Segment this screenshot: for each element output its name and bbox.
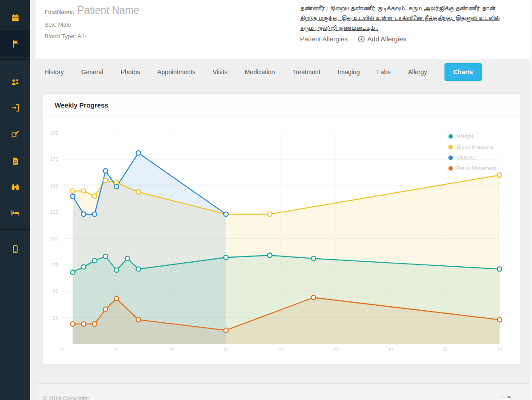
tab-history[interactable]: History: [44, 68, 64, 76]
point-weight[interactable]: [268, 253, 272, 258]
point-weight[interactable]: [92, 258, 97, 263]
point-glucose[interactable]: [114, 184, 119, 189]
y-tick-label: 100: [50, 236, 58, 241]
point-blood-pressure[interactable]: [136, 190, 140, 194]
sidebar-item-flag[interactable]: [0, 31, 30, 56]
legend-dot: [448, 134, 453, 139]
add-allergies-button[interactable]: Add Allergies: [358, 35, 407, 43]
scrollbar[interactable]: [530, 0, 532, 400]
x-tick-label: 25: [333, 347, 338, 352]
progress-chart-svg: 2550751001251501752000510152025303540: [48, 118, 505, 354]
legend-dot: [448, 145, 453, 149]
point-fetus-movement[interactable]: [81, 322, 86, 326]
mobile-icon: [11, 244, 20, 254]
x-tick-label: 10: [168, 347, 174, 352]
point-fetus-movement[interactable]: [114, 296, 119, 301]
point-weight[interactable]: [497, 267, 502, 271]
point-glucose[interactable]: [224, 212, 228, 216]
legend-item-weight[interactable]: Weight: [448, 133, 496, 140]
patient-blood-type: Blood Type: A1-: [44, 33, 139, 40]
bed-icon: [11, 208, 20, 217]
sidebar-item-sign-in[interactable]: [0, 95, 30, 120]
point-fetus-movement[interactable]: [224, 328, 228, 332]
weekly-progress-card: Weekly Progress 255075100125150175200051…: [43, 93, 521, 364]
sidebar-item-bed[interactable]: [0, 200, 30, 225]
point-weight[interactable]: [224, 255, 228, 260]
point-fetus-movement[interactable]: [92, 322, 97, 326]
sidebar-item-calendar[interactable]: [0, 5, 30, 31]
tab-appointments[interactable]: Appointments: [157, 68, 196, 76]
binoculars-icon: [11, 182, 20, 192]
first-name-label: FirstName:: [44, 8, 75, 15]
allergy-note-block: தண்ணீர் : நிறைய தண்ணீர் குடிக்கவும். சரு…: [300, 4, 509, 43]
point-blood-pressure[interactable]: [92, 194, 97, 199]
point-blood-pressure[interactable]: [268, 212, 272, 216]
x-tick-label: 20: [278, 347, 283, 352]
point-glucose[interactable]: [136, 151, 140, 155]
point-weight[interactable]: [71, 270, 75, 275]
tab-charts[interactable]: Charts: [444, 63, 482, 81]
y-tick-label: 200: [50, 130, 58, 136]
point-weight[interactable]: [136, 267, 140, 271]
point-blood-pressure[interactable]: [71, 189, 75, 193]
tab-general[interactable]: General: [81, 68, 104, 76]
point-glucose[interactable]: [104, 169, 108, 173]
point-weight[interactable]: [311, 256, 316, 261]
sidebar-item-mobile[interactable]: [0, 236, 30, 262]
x-tick-label: 0: [60, 347, 63, 352]
scroll-top-icon[interactable]: [507, 395, 511, 398]
point-fetus-movement[interactable]: [497, 317, 502, 322]
point-blood-pressure[interactable]: [104, 178, 108, 183]
app-window: FirstName:Patient Name Sex: Male Blood T…: [0, 0, 532, 400]
tab-medication[interactable]: Medication: [245, 68, 275, 76]
patients-icon: [11, 78, 20, 87]
copyright-text: © 2018 Copyright:: [43, 395, 89, 400]
x-tick-label: 30: [388, 347, 393, 352]
plus-circle-icon: [358, 36, 365, 43]
sign-in-icon: [11, 103, 20, 112]
point-glucose[interactable]: [92, 212, 97, 216]
legend-label: Weight: [457, 133, 473, 140]
point-weight[interactable]: [81, 265, 86, 269]
patient-sex: Sex: Male: [44, 21, 139, 28]
tab-visits[interactable]: Visits: [213, 68, 228, 76]
point-weight[interactable]: [114, 268, 119, 272]
sidebar-item-binoculars[interactable]: [0, 174, 30, 200]
legend-item-fetus-movement[interactable]: Fetus Movement: [448, 165, 496, 172]
tab-imaging[interactable]: Imaging: [338, 68, 360, 76]
area-glucose: [73, 153, 226, 344]
sidebar-nav: [0, 0, 30, 400]
y-tick-label: 75: [53, 262, 58, 268]
patient-name: Patient Name: [77, 4, 139, 16]
legend-item-blood-pressure[interactable]: Blood Pressure: [448, 144, 496, 150]
patient-allergies-label: Patient Allergies: [300, 35, 348, 43]
point-weight[interactable]: [125, 256, 130, 261]
point-weight[interactable]: [104, 254, 108, 259]
point-fetus-movement[interactable]: [71, 322, 75, 326]
point-blood-pressure[interactable]: [81, 189, 86, 193]
sidebar-item-patients[interactable]: [0, 69, 30, 95]
card-title: Weekly Progress: [43, 94, 520, 109]
legend-item-glucose[interactable]: Glucose: [448, 155, 496, 161]
tab-photos[interactable]: Photos: [120, 68, 140, 76]
edit-icon: [11, 129, 20, 138]
sidebar-item-file[interactable]: [0, 148, 30, 174]
legend-dot: [448, 156, 453, 160]
tab-allergy[interactable]: Allergy: [408, 68, 427, 76]
point-glucose[interactable]: [81, 212, 86, 216]
footer-dots: · ·: [500, 394, 504, 399]
point-blood-pressure[interactable]: [497, 173, 502, 177]
footer-right: · ·: [500, 394, 511, 399]
y-tick-label: 50: [53, 288, 58, 294]
point-glucose[interactable]: [71, 194, 75, 199]
tab-bar: HistoryGeneralPhotosAppointmentsVisitsMe…: [36, 59, 530, 84]
sidebar-item-edit[interactable]: [0, 120, 30, 146]
point-fetus-movement[interactable]: [311, 296, 316, 300]
calendar-icon: [11, 13, 20, 23]
point-fetus-movement[interactable]: [136, 317, 140, 322]
tab-treatment[interactable]: Treatment: [292, 68, 320, 76]
tab-labs[interactable]: Labs: [377, 68, 391, 76]
patient-header: FirstName:Patient Name Sex: Male Blood T…: [36, 0, 530, 59]
point-fetus-movement[interactable]: [104, 307, 108, 312]
x-tick-label: 5: [115, 347, 118, 352]
